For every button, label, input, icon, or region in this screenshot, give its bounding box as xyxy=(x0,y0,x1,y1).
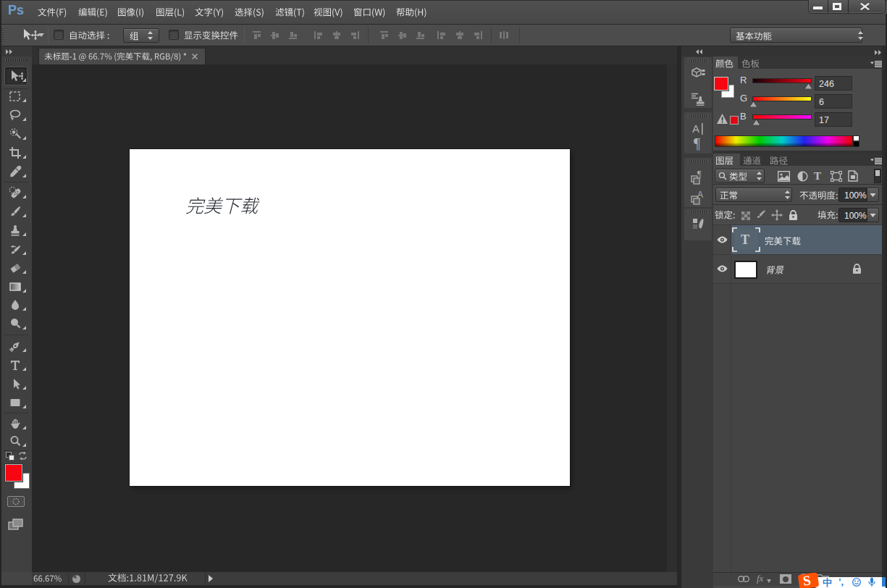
svg-text:A: A xyxy=(692,122,699,135)
svg-text:¶: ¶ xyxy=(694,137,700,151)
svg-text:A: A xyxy=(697,190,703,200)
svg-text:¶: ¶ xyxy=(697,170,702,179)
